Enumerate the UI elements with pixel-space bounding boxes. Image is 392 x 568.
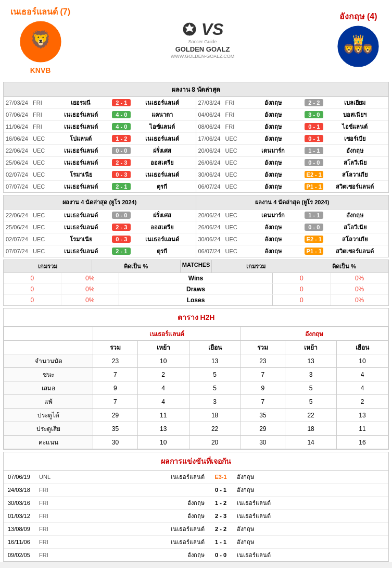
stats-header-left-games: เกมรวม — [4, 260, 92, 273]
match-team2: ตุรกี — [131, 182, 193, 191]
h2h-eng-home: 14 — [285, 436, 337, 449]
match-date: 27/03/24 — [198, 100, 225, 106]
match-score: 2 - 2 — [305, 99, 323, 106]
h2h-match-row: 09/02/05 FRI อังกฤษ 0 - 0 เนเธอร์แลนด์ — [4, 549, 388, 561]
hm-comp: FRI — [39, 487, 57, 493]
stats-right-games: 0 — [273, 273, 331, 283]
h2h-nl-home: 2 — [137, 368, 189, 381]
match-row: 11/06/24 FRI เนเธอร์แลนด์ 4 - 0 ไอซ์แลนด… — [4, 121, 196, 133]
match-score: 2 - 1 — [112, 99, 131, 106]
match-date: 30/06/24 — [198, 236, 225, 242]
match-row: 26/06/24 UEC อังกฤษ 0 - 0 สโลวีเนีย — [196, 157, 389, 169]
h2h-match-row: 24/03/18 FRI 0 - 1 อังกฤษ — [4, 484, 388, 497]
match-team2: อังกฤษ — [323, 211, 386, 220]
match-team2: สโลวาเกีย — [323, 234, 386, 244]
match-row: 06/07/24 UEC อังกฤษ P1 - 1 สวิตเซอร์แลนด… — [196, 245, 389, 257]
match-score: P1 - 1 — [305, 183, 323, 190]
h2h-title: ตาราง H2H — [4, 308, 388, 327]
match-comp: FRI — [225, 100, 242, 106]
h2h-table: เนเธอร์แลนด์ อังกฤษ รวม เหย้า เยือน รวม … — [4, 327, 388, 449]
right-team-block: อังกฤษ (4) 🏴󠁧󠁢󠁥󠁮󠁧󠁿 👑 🦁 🦁 🦁 — [335, 10, 382, 70]
hm-score: 2 - 3 — [208, 513, 234, 519]
match-team2: สโลวีเนีย — [323, 158, 386, 167]
stats-header-left-pct: คิดเป็น % — [92, 260, 181, 273]
euro4-content: 22/06/24 UEC เนเธอร์แลนด์ 0 - 0 ฝรั่งเศส… — [4, 209, 388, 257]
left-team-block: เนเธอร์แลนด์ (7) 🦁 KNVB — [10, 5, 70, 75]
match-team1: เนเธอร์แลนด์ — [49, 146, 112, 155]
h2h-matches-list: 07/06/19 UNL เนเธอร์แลนด์ E3-1 อังกฤษ 24… — [4, 471, 388, 561]
stats-row: 0 0% Wins 0 0% — [4, 273, 388, 284]
h2h-sub-eng-total: รวม — [241, 341, 285, 354]
right-recent8: 27/03/24 FRI อังกฤษ 2 - 2 เบลเยียม 04/06… — [196, 97, 389, 192]
h2h-table-row: ชนะ 7 2 5 7 3 4 — [4, 368, 388, 381]
match-comp: UEC — [33, 212, 49, 218]
match-row: 30/06/24 UEC อังกฤษ E2 - 1 สโลวาเกีย — [196, 169, 389, 181]
hm-team1: เนเธอร์แลนด์ — [57, 472, 208, 481]
match-team2: ฝรั่งเศส — [131, 146, 193, 155]
match-comp: FRI — [225, 112, 242, 118]
h2h-col-eng: อังกฤษ — [241, 327, 388, 341]
stats-header-mid: MATCHES — [181, 260, 212, 273]
stats-header: เกมรวม คิดเป็น % MATCHES เกมรวม คิดเป็น … — [4, 260, 388, 273]
match-date: 02/07/24 — [6, 171, 33, 178]
match-team2: เซอร์เบีย — [323, 134, 386, 143]
h2h-eng-total: 9 — [241, 381, 285, 395]
stats-left-pct: 0% — [61, 284, 119, 294]
match-team1: เดนมาร์ก — [242, 146, 305, 155]
match-score: 4 - 0 — [112, 123, 131, 130]
match-row: 20/06/24 UEC เดนมาร์ก 1 - 1 อังกฤษ — [196, 145, 389, 157]
h2h-nl-total: 29 — [93, 409, 138, 422]
match-team2: เนเธอร์แลนด์ — [131, 170, 193, 179]
h2h-section: ตาราง H2H เนเธอร์แลนด์ อังกฤษ รวม เหย้า … — [3, 308, 389, 450]
match-comp: UEC — [33, 171, 49, 178]
euro4-headers: ผลงาน 4 นัดล่าสุด (ยูโร 2024) ผลงาน 4 นั… — [4, 195, 388, 209]
match-team2: เนเธอร์แลนด์ — [131, 134, 193, 143]
match-date: 06/07/24 — [198, 183, 225, 190]
match-score: 0 - 0 — [305, 224, 323, 231]
h2h-nl-away: 18 — [189, 409, 241, 422]
hm-team1: เนเธอร์แลนด์ — [57, 524, 208, 534]
match-date: 25/06/24 — [6, 224, 33, 230]
match-row: 22/06/24 UEC เนเธอร์แลนด์ 0 - 0 ฝรั่งเศส — [4, 209, 196, 221]
h2h-row-label: คะแนน — [4, 436, 93, 449]
match-row: 16/06/24 UEC โปแลนด์ 1 - 2 เนเธอร์แลนด์ — [4, 133, 196, 145]
match-row: 07/07/24 UEC เนเธอร์แลนด์ 2 - 1 ตุรกี — [4, 245, 196, 257]
h2h-eng-total: 7 — [241, 395, 285, 409]
hm-team2: อังกฤษ — [234, 537, 384, 547]
match-team2: บอสเนียฯ — [323, 110, 386, 119]
h2h-nl-total: 7 — [93, 395, 138, 409]
hm-date: 09/02/05 — [8, 552, 39, 558]
h2h-sub-nl-home: เหย้า — [137, 341, 189, 354]
match-team1: เนเธอร์แลนด์ — [49, 246, 112, 256]
h2h-eng-away: 4 — [337, 381, 388, 395]
match-team1: อังกฤษ — [242, 182, 305, 191]
hm-comp: FRI — [39, 500, 57, 506]
h2h-eng-total: 29 — [241, 422, 285, 436]
match-comp: UEC — [225, 236, 242, 242]
h2h-nl-total: 23 — [93, 354, 138, 368]
match-score: E2 - 1 — [305, 236, 323, 243]
h2h-match-row: 13/08/09 FRI เนเธอร์แลนด์ 2 - 2 อังกฤษ — [4, 523, 388, 536]
match-team2: เบลเยียม — [323, 98, 386, 107]
hm-team2: เนเธอร์แลนด์ — [234, 550, 384, 560]
hm-team1: เนเธอร์แลนด์ — [57, 537, 208, 547]
left-team-logo: 🦁 — [17, 18, 64, 65]
left-euro4: 22/06/24 UEC เนเธอร์แลนด์ 0 - 0 ฝรั่งเศส… — [4, 209, 196, 257]
match-team1: เนเธอร์แลนด์ — [49, 211, 112, 220]
h2h-eng-home: 13 — [285, 354, 337, 368]
match-score: 2 - 1 — [112, 248, 131, 255]
recent8-content: 27/03/24 FRI เยอรมนี 2 - 1 เนเธอร์แลนด์ … — [4, 97, 388, 192]
h2h-table-row: จำนวนนัด 23 10 13 23 13 10 — [4, 354, 388, 368]
stats-right-games: 0 — [273, 284, 331, 294]
h2h-eng-away: 13 — [337, 409, 388, 422]
match-team2: ฝรั่งเศส — [131, 211, 193, 220]
match-comp: UEC — [33, 159, 49, 166]
match-date: 06/07/24 — [198, 248, 225, 254]
h2h-eng-total: 30 — [241, 436, 285, 449]
euro4-title-left: ผลงาน 4 นัดล่าสุด (ยูโร 2024) — [4, 195, 196, 209]
match-row: 17/06/24 UEC อังกฤษ 0 - 1 เซอร์เบีย — [196, 133, 389, 145]
match-score: 0 - 1 — [305, 135, 323, 142]
match-team2: เนเธอร์แลนด์ — [131, 234, 193, 244]
match-team1: อังกฤษ — [242, 234, 305, 244]
match-comp: UEC — [33, 147, 49, 154]
